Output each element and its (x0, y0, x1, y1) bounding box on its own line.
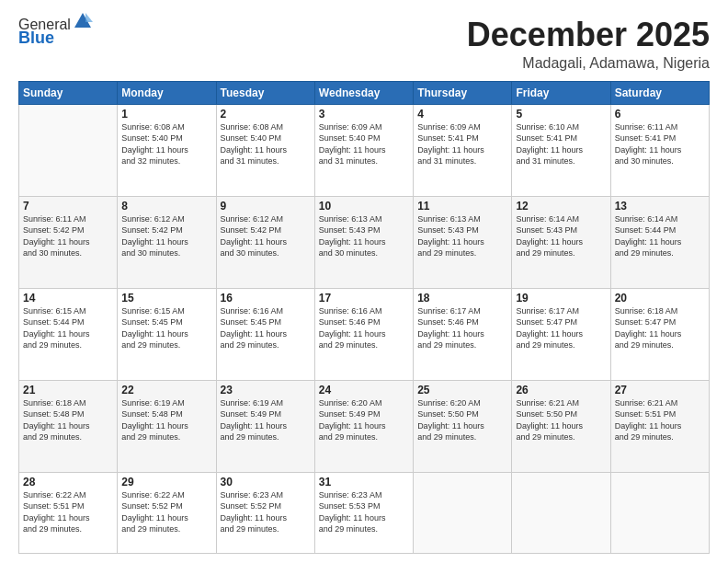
day-info: Sunrise: 6:12 AM Sunset: 5:42 PM Dayligh… (121, 213, 211, 259)
calendar-cell: 21Sunrise: 6:18 AM Sunset: 5:48 PM Dayli… (19, 380, 118, 472)
calendar-cell: 30Sunrise: 6:23 AM Sunset: 5:52 PM Dayli… (216, 472, 314, 553)
calendar-cell: 13Sunrise: 6:14 AM Sunset: 5:44 PM Dayli… (610, 196, 709, 288)
calendar-cell: 4Sunrise: 6:09 AM Sunset: 5:41 PM Daylig… (414, 104, 512, 196)
logo-icon (73, 11, 93, 31)
header: General Blue December 2025 Madagali, Ada… (18, 17, 710, 72)
calendar-weekday-saturday: Saturday (610, 81, 709, 104)
calendar-cell: 9Sunrise: 6:12 AM Sunset: 5:42 PM Daylig… (216, 196, 314, 288)
day-info: Sunrise: 6:16 AM Sunset: 5:46 PM Dayligh… (319, 305, 409, 351)
calendar-cell: 15Sunrise: 6:15 AM Sunset: 5:45 PM Dayli… (118, 288, 216, 380)
day-info: Sunrise: 6:17 AM Sunset: 5:46 PM Dayligh… (417, 305, 507, 351)
day-number: 8 (121, 200, 211, 213)
day-number: 5 (516, 108, 606, 121)
day-info: Sunrise: 6:13 AM Sunset: 5:43 PM Dayligh… (417, 213, 507, 259)
calendar-header-row: SundayMondayTuesdayWednesdayThursdayFrid… (19, 81, 710, 104)
calendar-cell: 5Sunrise: 6:10 AM Sunset: 5:41 PM Daylig… (512, 104, 610, 196)
calendar-weekday-sunday: Sunday (19, 81, 118, 104)
day-info: Sunrise: 6:12 AM Sunset: 5:42 PM Dayligh… (221, 213, 311, 259)
calendar-week-row: 21Sunrise: 6:18 AM Sunset: 5:48 PM Dayli… (19, 380, 710, 472)
calendar-cell: 1Sunrise: 6:08 AM Sunset: 5:40 PM Daylig… (118, 104, 216, 196)
day-info: Sunrise: 6:20 AM Sunset: 5:49 PM Dayligh… (319, 397, 409, 443)
day-number: 6 (615, 108, 705, 121)
calendar-cell: 2Sunrise: 6:08 AM Sunset: 5:40 PM Daylig… (216, 104, 314, 196)
day-number: 21 (23, 384, 113, 396)
calendar-week-row: 7Sunrise: 6:11 AM Sunset: 5:42 PM Daylig… (19, 196, 710, 288)
day-info: Sunrise: 6:22 AM Sunset: 5:52 PM Dayligh… (121, 489, 211, 535)
calendar-cell: 27Sunrise: 6:21 AM Sunset: 5:51 PM Dayli… (610, 380, 709, 472)
day-number: 26 (516, 384, 606, 396)
calendar-cell: 26Sunrise: 6:21 AM Sunset: 5:50 PM Dayli… (512, 380, 610, 472)
day-number: 30 (221, 476, 311, 488)
calendar-cell: 12Sunrise: 6:14 AM Sunset: 5:43 PM Dayli… (512, 196, 610, 288)
calendar-cell: 18Sunrise: 6:17 AM Sunset: 5:46 PM Dayli… (414, 288, 512, 380)
calendar-cell: 17Sunrise: 6:16 AM Sunset: 5:46 PM Dayli… (314, 288, 413, 380)
day-info: Sunrise: 6:15 AM Sunset: 5:45 PM Dayligh… (121, 305, 211, 351)
calendar-cell (610, 472, 709, 553)
calendar-weekday-monday: Monday (118, 81, 216, 104)
day-number: 3 (319, 108, 409, 121)
calendar-cell: 25Sunrise: 6:20 AM Sunset: 5:50 PM Dayli… (414, 380, 512, 472)
day-info: Sunrise: 6:10 AM Sunset: 5:41 PM Dayligh… (516, 121, 606, 167)
svg-marker-1 (85, 13, 93, 22)
calendar-cell (512, 472, 610, 553)
day-number: 9 (221, 200, 311, 213)
calendar-week-row: 28Sunrise: 6:22 AM Sunset: 5:51 PM Dayli… (19, 472, 710, 553)
day-info: Sunrise: 6:14 AM Sunset: 5:43 PM Dayligh… (516, 213, 606, 259)
calendar-cell: 19Sunrise: 6:17 AM Sunset: 5:47 PM Dayli… (512, 288, 610, 380)
day-number: 4 (417, 108, 507, 121)
calendar-cell: 3Sunrise: 6:09 AM Sunset: 5:40 PM Daylig… (314, 104, 413, 196)
day-info: Sunrise: 6:17 AM Sunset: 5:47 PM Dayligh… (516, 305, 606, 351)
calendar-cell (19, 104, 118, 196)
calendar-week-row: 14Sunrise: 6:15 AM Sunset: 5:44 PM Dayli… (19, 288, 710, 380)
day-info: Sunrise: 6:22 AM Sunset: 5:51 PM Dayligh… (23, 489, 113, 535)
month-title: December 2025 (467, 17, 710, 53)
calendar-cell: 23Sunrise: 6:19 AM Sunset: 5:49 PM Dayli… (216, 380, 314, 472)
day-info: Sunrise: 6:15 AM Sunset: 5:44 PM Dayligh… (23, 305, 113, 351)
day-number: 10 (319, 200, 409, 213)
calendar-cell: 31Sunrise: 6:23 AM Sunset: 5:53 PM Dayli… (314, 472, 413, 553)
day-info: Sunrise: 6:23 AM Sunset: 5:53 PM Dayligh… (319, 489, 409, 535)
calendar-cell: 11Sunrise: 6:13 AM Sunset: 5:43 PM Dayli… (414, 196, 512, 288)
calendar-weekday-thursday: Thursday (414, 81, 512, 104)
day-number: 29 (121, 476, 211, 488)
calendar-table: SundayMondayTuesdayWednesdayThursdayFrid… (18, 81, 710, 554)
day-info: Sunrise: 6:08 AM Sunset: 5:40 PM Dayligh… (121, 121, 211, 167)
calendar-cell: 20Sunrise: 6:18 AM Sunset: 5:47 PM Dayli… (610, 288, 709, 380)
day-number: 1 (121, 108, 211, 121)
day-number: 18 (417, 292, 507, 304)
calendar-week-row: 1Sunrise: 6:08 AM Sunset: 5:40 PM Daylig… (19, 104, 710, 196)
calendar-cell: 6Sunrise: 6:11 AM Sunset: 5:41 PM Daylig… (610, 104, 709, 196)
logo-blue-text: Blue (18, 29, 93, 48)
day-number: 31 (319, 476, 409, 488)
calendar-cell: 22Sunrise: 6:19 AM Sunset: 5:48 PM Dayli… (118, 380, 216, 472)
day-info: Sunrise: 6:11 AM Sunset: 5:42 PM Dayligh… (23, 213, 113, 259)
day-info: Sunrise: 6:09 AM Sunset: 5:41 PM Dayligh… (417, 121, 507, 167)
day-number: 25 (417, 384, 507, 396)
day-number: 7 (23, 200, 113, 213)
day-info: Sunrise: 6:19 AM Sunset: 5:49 PM Dayligh… (221, 397, 311, 443)
day-info: Sunrise: 6:09 AM Sunset: 5:40 PM Dayligh… (319, 121, 409, 167)
calendar-cell: 16Sunrise: 6:16 AM Sunset: 5:45 PM Dayli… (216, 288, 314, 380)
calendar-weekday-tuesday: Tuesday (216, 81, 314, 104)
day-number: 27 (615, 384, 705, 396)
day-number: 19 (516, 292, 606, 304)
day-number: 14 (23, 292, 113, 304)
day-number: 28 (23, 476, 113, 488)
day-info: Sunrise: 6:11 AM Sunset: 5:41 PM Dayligh… (615, 121, 705, 167)
calendar-cell: 7Sunrise: 6:11 AM Sunset: 5:42 PM Daylig… (19, 196, 118, 288)
title-block: December 2025 Madagali, Adamawa, Nigeria (467, 17, 710, 72)
day-number: 15 (121, 292, 211, 304)
calendar-cell: 14Sunrise: 6:15 AM Sunset: 5:44 PM Dayli… (19, 288, 118, 380)
day-info: Sunrise: 6:14 AM Sunset: 5:44 PM Dayligh… (615, 213, 705, 259)
logo: General Blue (18, 17, 93, 47)
day-info: Sunrise: 6:13 AM Sunset: 5:43 PM Dayligh… (319, 213, 409, 259)
day-info: Sunrise: 6:20 AM Sunset: 5:50 PM Dayligh… (417, 397, 507, 443)
page: General Blue December 2025 Madagali, Ada… (0, 0, 728, 563)
day-info: Sunrise: 6:08 AM Sunset: 5:40 PM Dayligh… (221, 121, 311, 167)
day-number: 12 (516, 200, 606, 213)
day-number: 16 (221, 292, 311, 304)
day-number: 13 (615, 200, 705, 213)
location: Madagali, Adamawa, Nigeria (467, 55, 710, 72)
calendar-cell: 8Sunrise: 6:12 AM Sunset: 5:42 PM Daylig… (118, 196, 216, 288)
day-number: 23 (221, 384, 311, 396)
